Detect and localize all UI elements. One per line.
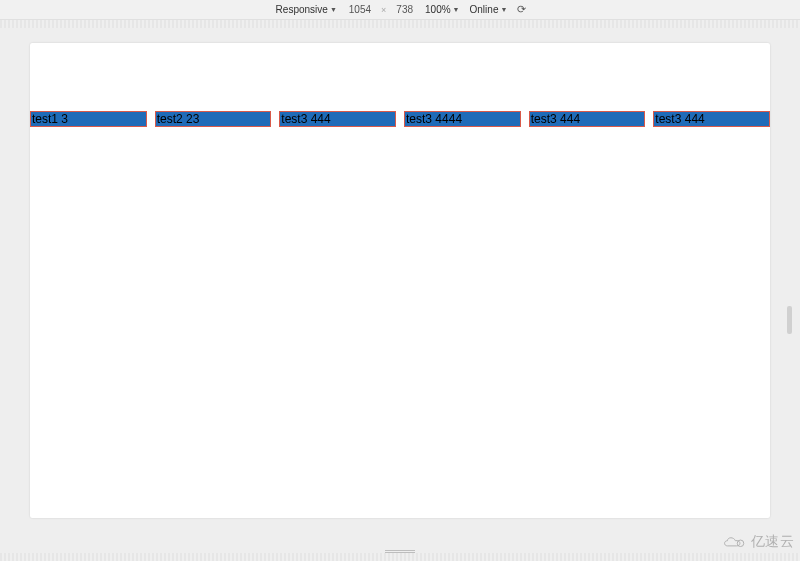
flex-item: test3 444 [653, 111, 770, 127]
viewport-height-input[interactable]: 738 [392, 4, 417, 15]
zoom-label: 100% [425, 4, 451, 15]
flex-item: test1 3 [30, 111, 147, 127]
chevron-down-icon: ▼ [330, 6, 337, 13]
watermark-text: 亿速云 [751, 533, 795, 551]
device-viewport: test1 3 test2 23 test3 444 test3 4444 te… [0, 28, 800, 561]
cloud-icon [721, 534, 747, 550]
page-body: test1 3 test2 23 test3 444 test3 4444 te… [30, 43, 770, 518]
resize-handle-right[interactable] [787, 306, 792, 334]
dimension-separator: × [381, 5, 386, 15]
device-selector[interactable]: Responsive ▼ [274, 4, 339, 15]
throttling-selector[interactable]: Online ▼ [468, 4, 510, 15]
viewport-width-input[interactable]: 1054 [345, 4, 375, 15]
chevron-down-icon: ▼ [500, 6, 507, 13]
device-toolbar: Responsive ▼ 1054 × 738 100% ▼ Online ▼ … [0, 0, 800, 20]
flex-row: test1 3 test2 23 test3 444 test3 4444 te… [30, 111, 770, 127]
page-frame: test1 3 test2 23 test3 444 test3 4444 te… [30, 43, 770, 518]
zoom-selector[interactable]: 100% ▼ [423, 4, 462, 15]
network-label: Online [470, 4, 499, 15]
flex-item: test3 444 [529, 111, 646, 127]
flex-item: test3 4444 [404, 111, 521, 127]
flex-item: test2 23 [155, 111, 272, 127]
device-label: Responsive [276, 4, 328, 15]
bottom-ruler [0, 553, 800, 561]
rotate-icon[interactable]: ⟳ [517, 3, 526, 16]
top-ruler [0, 20, 800, 28]
flex-item: test3 444 [279, 111, 396, 127]
chevron-down-icon: ▼ [453, 6, 460, 13]
watermark: 亿速云 [721, 533, 795, 551]
svg-point-0 [737, 540, 744, 547]
